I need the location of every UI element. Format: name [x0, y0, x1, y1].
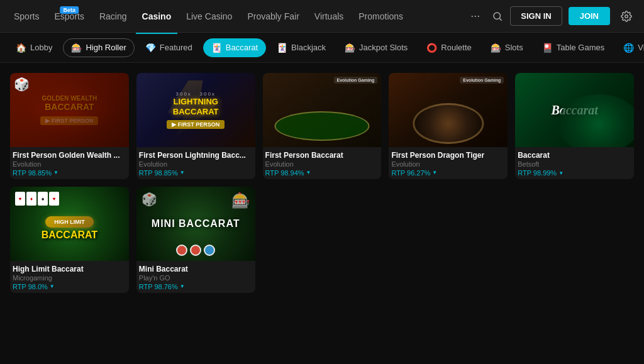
settings-button[interactable]	[616, 6, 636, 26]
game-name: First Person Lightning Bacc...	[139, 151, 253, 160]
cat-jackpot-slots[interactable]: 🎰 Jackpot Slots	[336, 38, 416, 57]
game-card-fplb[interactable]: 300x 300x LIGHTNING BACCARAT ▶ FIRST PER…	[136, 73, 255, 179]
game-rtp[interactable]: RTP 98.99% ▼	[518, 169, 631, 177]
top-navigation: Sports Beta Esports Racing Casino Live C…	[0, 0, 644, 33]
cat-featured-label: Featured	[160, 43, 192, 52]
game-provider: Evolution	[391, 160, 505, 168]
game-name: First Person Golden Wealth ...	[13, 151, 126, 160]
cat-slots-label: Slots	[505, 43, 523, 52]
game-name: Baccarat	[518, 151, 631, 160]
cat-blackjack-label: Blackjack	[291, 43, 326, 52]
nav-esports[interactable]: Beta Esports	[48, 8, 90, 25]
game-provider: Play'n GO	[139, 274, 253, 282]
game-rtp[interactable]: RTP 98.94% ▼	[265, 169, 379, 177]
nav-more-button[interactable]: ···	[465, 7, 485, 25]
roulette-icon: ⭕	[426, 43, 437, 53]
table-icon: 🎴	[542, 43, 553, 53]
cat-jackpot-label: Jackpot Slots	[359, 43, 408, 52]
slots-icon: 🎰	[491, 43, 501, 53]
game-card-fpb[interactable]: Evolution Gaming First Person Baccarat E…	[263, 73, 382, 179]
cat-baccarat-label: Baccarat	[226, 43, 258, 52]
nav-sports[interactable]: Sports	[8, 8, 45, 25]
game-name: First Person Baccarat	[265, 151, 379, 160]
game-card-fpdt[interactable]: Evolution Gaming First Person Dragon Tig…	[389, 73, 508, 179]
game-card-bac[interactable]: Baccarat Baccarat Betsoft RTP 98.99% ▼	[515, 73, 634, 179]
game-grid: GOLDEN WEALTH BACCARAT ▶ FIRST PERSON 🎲 …	[0, 63, 644, 303]
game-card-hlb[interactable]: ♥ ♦ ♠ ♥ high limit BACCARAT High Limit B…	[10, 187, 129, 293]
cat-featured[interactable]: 💎 Featured	[137, 38, 201, 57]
game-rtp[interactable]: RTP 98.85% ▼	[13, 169, 126, 177]
game-rtp[interactable]: RTP 98.0% ▼	[13, 283, 126, 290]
cat-blackjack[interactable]: 🃏 Blackjack	[269, 38, 334, 57]
home-icon: 🏠	[16, 43, 26, 53]
game-provider: Evolution	[139, 160, 253, 168]
game-rtp[interactable]: RTP 98.85% ▼	[139, 169, 253, 177]
game-provider: Betsoft	[518, 160, 631, 168]
baccarat-icon: 🃏	[211, 43, 222, 53]
cat-table-games[interactable]: 🎴 Table Games	[534, 38, 613, 57]
game-card-fpgw[interactable]: GOLDEN WEALTH BACCARAT ▶ FIRST PERSON 🎲 …	[10, 73, 129, 179]
svg-point-0	[494, 13, 501, 19]
blackjack-icon: 🃏	[277, 43, 287, 53]
cat-table-label: Table Games	[557, 43, 605, 52]
game-name: High Limit Baccarat	[13, 265, 126, 273]
cat-virtuals[interactable]: 🌐 Virtuals	[615, 38, 644, 57]
signin-button[interactable]: SIGN IN	[510, 6, 562, 26]
high-roller-icon: 🎰	[71, 43, 82, 53]
game-provider: Evolution	[13, 160, 126, 168]
cat-high-roller[interactable]: 🎰 High Roller	[63, 38, 134, 57]
nav-provably-fair[interactable]: Provably Fair	[241, 8, 305, 25]
game-rtp[interactable]: RTP 96.27% ▼	[391, 169, 505, 177]
svg-point-2	[625, 14, 628, 18]
join-button[interactable]: JOIN	[569, 7, 610, 25]
nav-casino[interactable]: Casino	[136, 8, 178, 25]
game-name: Mini Baccarat	[139, 265, 253, 273]
jackpot-icon: 🎰	[345, 43, 355, 53]
cat-lobby-label: Lobby	[30, 43, 52, 52]
nav-promotions[interactable]: Promotions	[352, 8, 409, 25]
game-rtp[interactable]: RTP 98.76% ▼	[139, 283, 253, 290]
cat-baccarat[interactable]: 🃏 Baccarat	[203, 38, 266, 57]
svg-line-1	[500, 18, 502, 20]
virtuals-icon: 🌐	[623, 43, 634, 53]
game-name: First Person Dragon Tiger	[391, 151, 505, 160]
game-provider: Microgaming	[13, 274, 126, 282]
cat-lobby[interactable]: 🏠 Lobby	[8, 38, 60, 57]
nav-virtuals[interactable]: Virtuals	[308, 8, 350, 25]
nav-live-casino[interactable]: Live Casino	[180, 8, 238, 25]
game-card-mb[interactable]: 🎰 🎲 MINI BACCARAT Mini Baccarat Play'n G…	[136, 187, 255, 293]
cat-virtuals-label: Virtuals	[638, 43, 644, 52]
game-provider: Evolution	[265, 160, 379, 168]
category-navigation: 🏠 Lobby 🎰 High Roller 💎 Featured 🃏 Bacca…	[0, 33, 644, 63]
cat-slots[interactable]: 🎰 Slots	[482, 38, 531, 57]
cat-roulette[interactable]: ⭕ Roulette	[418, 38, 479, 57]
beta-badge: Beta	[60, 6, 79, 14]
cat-roulette-label: Roulette	[441, 43, 471, 52]
cat-high-roller-label: High Roller	[86, 43, 126, 52]
nav-racing[interactable]: Racing	[93, 8, 133, 25]
search-button[interactable]	[487, 6, 508, 26]
diamond-icon: 💎	[145, 43, 156, 53]
